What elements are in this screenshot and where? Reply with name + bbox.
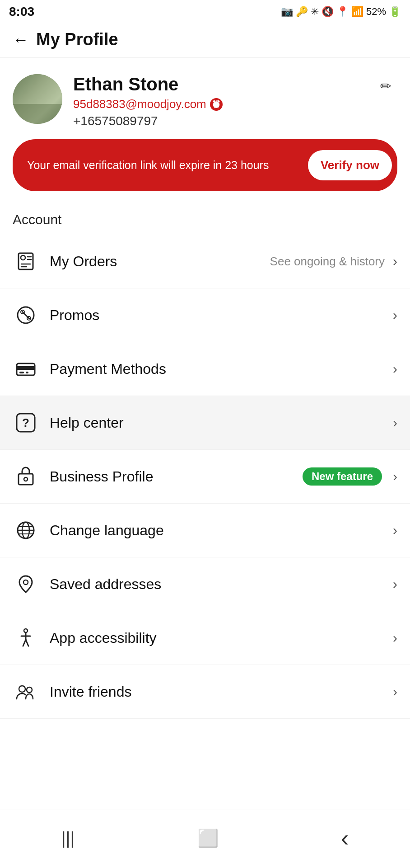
my-orders-sublabel: See ongoing & history: [270, 255, 385, 269]
bluetooth-icon: ✳: [311, 6, 319, 18]
svg-point-16: [24, 629, 28, 632]
menu-list: My Orders See ongoing & history › Promos…: [0, 235, 410, 719]
saved-addresses-label: Saved addresses: [50, 576, 389, 593]
menu-item-business[interactable]: Business Profile New feature ›: [0, 450, 410, 504]
avatar-image: [13, 74, 62, 124]
mute-icon: 🔇: [321, 6, 334, 18]
menu-item-language[interactable]: Change language ›: [0, 504, 410, 557]
nav-home-button[interactable]: ⬜: [183, 825, 233, 852]
app-accessibility-label: App accessibility: [50, 630, 389, 646]
back-arrow-icon: ←: [13, 32, 29, 48]
status-icons: 📷 🔑 ✳ 🔇 📍 📶 52% 🔋: [281, 6, 401, 18]
invite-icon: [13, 679, 39, 705]
key-icon: 🔑: [296, 6, 308, 18]
menu-item-payment[interactable]: Payment Methods ›: [0, 342, 410, 396]
battery-level: 52%: [366, 6, 386, 18]
svg-point-15: [23, 580, 28, 585]
svg-text:?: ?: [22, 416, 29, 429]
location-icon: 📍: [336, 6, 349, 18]
edit-profile-button[interactable]: ✏: [374, 74, 397, 98]
my-orders-label: My Orders: [50, 253, 270, 270]
payment-methods-label: Payment Methods: [50, 361, 389, 377]
svg-rect-11: [19, 474, 33, 485]
header: ← My Profile: [0, 22, 410, 58]
nav-menu-button[interactable]: |||: [47, 825, 89, 852]
profile-section: Ethan Stone 95d88383@moodjoy.com +165750…: [0, 58, 410, 139]
payment-icon: [13, 356, 39, 382]
change-language-label: Change language: [50, 522, 389, 539]
menu-item-invite[interactable]: Invite friends ›: [0, 665, 410, 719]
svg-point-18: [27, 687, 32, 693]
chevron-icon: ›: [393, 469, 397, 484]
help-icon: ?: [13, 410, 39, 436]
chevron-icon: ›: [393, 415, 397, 430]
promos-label: Promos: [50, 307, 389, 324]
status-time: 8:03: [9, 5, 34, 19]
menu-item-accessibility[interactable]: App accessibility ›: [0, 611, 410, 665]
edit-icon: ✏: [380, 78, 391, 94]
email-clock-icon: [210, 98, 223, 111]
orders-icon: [13, 248, 39, 274]
chevron-icon: ›: [393, 254, 397, 269]
business-icon: [13, 463, 39, 490]
chevron-icon: ›: [393, 630, 397, 646]
menu-item-promos[interactable]: Promos ›: [0, 288, 410, 342]
verify-now-button[interactable]: Verify now: [308, 150, 392, 180]
chevron-icon: ›: [393, 361, 397, 377]
account-section-label: Account: [0, 208, 410, 235]
svg-point-17: [19, 686, 25, 692]
profile-phone: +16575089797: [73, 114, 397, 128]
chevron-icon: ›: [393, 523, 397, 538]
bottom-nav: ||| ⬜ ‹: [0, 810, 410, 868]
verify-banner[interactable]: Your email verification link will expire…: [13, 139, 397, 191]
profile-name: Ethan Stone: [73, 74, 397, 94]
menu-item-my-orders[interactable]: My Orders See ongoing & history ›: [0, 235, 410, 288]
chevron-icon: ›: [393, 684, 397, 699]
status-bar: 8:03 📷 🔑 ✳ 🔇 📍 📶 52% 🔋: [0, 0, 410, 22]
language-icon: [13, 517, 39, 543]
new-feature-badge: New feature: [303, 467, 382, 486]
addresses-icon: [13, 571, 39, 597]
promos-icon: [13, 302, 39, 328]
nav-back-button[interactable]: ‹: [326, 821, 363, 855]
page-title: My Profile: [36, 30, 118, 49]
accessibility-icon: [13, 625, 39, 651]
menu-item-help[interactable]: ? Help center ›: [0, 396, 410, 450]
battery-icon: 🔋: [389, 6, 401, 18]
back-button[interactable]: ←: [13, 32, 29, 48]
chevron-icon: ›: [393, 307, 397, 323]
menu-item-addresses[interactable]: Saved addresses ›: [0, 557, 410, 611]
avatar: [13, 74, 62, 124]
business-profile-label: Business Profile: [50, 468, 303, 485]
help-center-label: Help center: [50, 415, 389, 431]
chevron-icon: ›: [393, 576, 397, 592]
profile-info: Ethan Stone 95d88383@moodjoy.com +165750…: [73, 74, 397, 128]
verify-text: Your email verification link will expire…: [27, 157, 308, 173]
svg-rect-8: [26, 372, 28, 373]
svg-point-1: [21, 255, 25, 260]
invite-friends-label: Invite friends: [50, 684, 389, 700]
svg-point-12: [24, 477, 28, 481]
svg-rect-6: [17, 366, 35, 370]
wifi-icon: 📶: [351, 6, 363, 18]
camera-icon: 📷: [281, 6, 293, 18]
profile-email: 95d88383@moodjoy.com: [73, 97, 397, 111]
svg-rect-7: [19, 372, 24, 373]
